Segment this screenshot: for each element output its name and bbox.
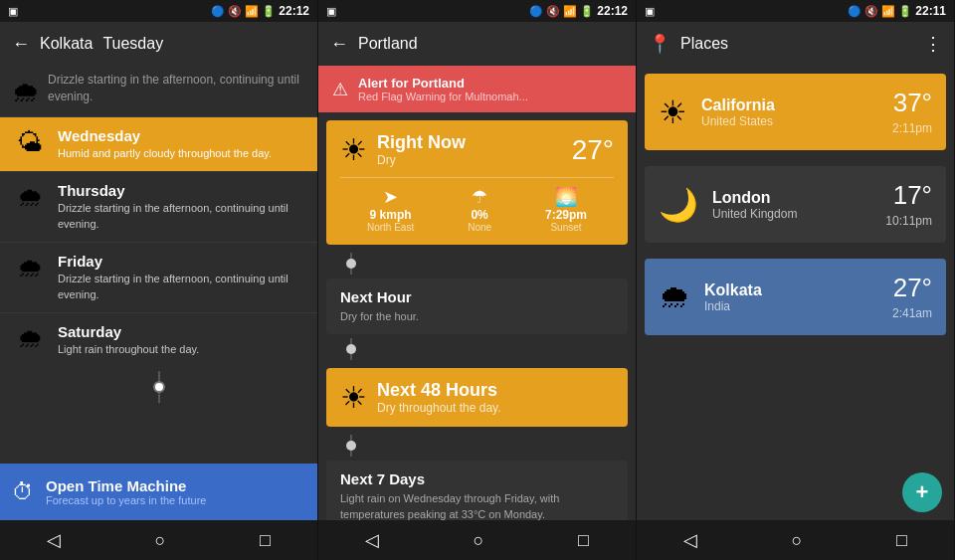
status-bar-2: ▣ 🔵 🔇 📶 🔋 22:12	[318, 0, 636, 22]
back-nav-1[interactable]: ◁	[47, 529, 61, 551]
back-nav-2[interactable]: ◁	[365, 529, 379, 551]
time-3: 22:11	[915, 4, 946, 18]
next-7-desc: Light rain on Wednesday through Friday, …	[340, 491, 614, 520]
london-icon: 🌙	[659, 186, 698, 224]
places-list: ☀ California United States 37° 2:11pm 🌙 …	[637, 66, 954, 520]
right-now-card[interactable]: ☀ Right Now Dry 27° ➤ 9 kmph North East …	[326, 120, 628, 245]
day-row-friday[interactable]: 🌧 Friday Drizzle starting in the afterno…	[0, 242, 317, 312]
california-info: California United States	[701, 96, 878, 128]
next-hour-title: Next Hour	[340, 288, 614, 305]
london-temp: 17°	[885, 180, 932, 211]
timeline-line-bottom	[158, 393, 160, 403]
mute-icon-2: 🔇	[546, 5, 560, 18]
next-7-title: Next 7 Days	[340, 470, 614, 487]
wind-val: 9 kmph	[367, 208, 414, 222]
home-nav-3[interactable]: ○	[792, 530, 803, 551]
header-2: ← Portland	[318, 22, 636, 66]
day-row-wednesday[interactable]: 🌤 Wednesday Humid and partly cloudy thro…	[0, 116, 317, 171]
right-now-title: Right Now	[377, 132, 466, 153]
friday-name: Friday	[58, 253, 305, 270]
london-name: London	[712, 189, 871, 207]
next-48-icon: ☀	[340, 380, 367, 415]
wind-detail: ➤ 9 kmph North East	[367, 186, 414, 233]
status-right-2: 🔵 🔇 📶 🔋 22:12	[529, 4, 628, 18]
california-time: 2:11pm	[892, 121, 932, 135]
home-nav-1[interactable]: ○	[155, 530, 166, 551]
nav-bar-3: ◁ ○ □	[637, 520, 954, 560]
rain-label: None	[468, 222, 491, 233]
friday-desc: Drizzle starting in the afternoon, conti…	[58, 272, 305, 302]
wednesday-info: Wednesday Humid and partly cloudy throug…	[58, 127, 305, 161]
saturday-icon: 🌧	[12, 323, 48, 354]
panel-kolkata: ▣ 🔵 🔇 📶 🔋 22:12 ← Kolkata Tuesday 🌧 Driz…	[0, 0, 318, 560]
timeline-dot-p2-1	[318, 253, 636, 275]
nav-bar-2: ◁ ○ □	[318, 520, 636, 560]
battery-icon-1: 🔋	[262, 5, 276, 18]
thursday-desc: Drizzle starting in the afternoon, conti…	[58, 201, 305, 232]
california-country: United States	[701, 114, 878, 128]
header-3: 📍 Places ⋮	[637, 22, 954, 66]
right-now-info: Right Now Dry	[377, 132, 466, 167]
notification-icon-3: ▣	[645, 5, 655, 18]
place-london[interactable]: 🌙 London United Kingdom 17° 10:11pm	[645, 166, 946, 243]
alert-title: Alert for Portland	[358, 76, 528, 91]
california-temp: 37°	[892, 88, 932, 118]
time-2: 22:12	[597, 4, 628, 18]
add-place-fab[interactable]: +	[902, 472, 942, 512]
next-hour-card[interactable]: Next Hour Dry for the hour.	[326, 279, 628, 334]
status-left-3: ▣	[645, 5, 655, 18]
battery-icon-2: 🔋	[580, 5, 594, 18]
back-button-1[interactable]: ←	[12, 34, 30, 55]
saturday-name: Saturday	[58, 323, 305, 340]
signal-icon-3: 📶	[881, 5, 895, 18]
california-right: 37° 2:11pm	[892, 88, 932, 136]
kolkata-right: 27° 2:41am	[892, 273, 932, 321]
alert-banner[interactable]: ⚠ Alert for Portland Red Flag Warning fo…	[318, 66, 636, 112]
add-icon: +	[916, 479, 929, 505]
timeline-dot-p2-3	[318, 435, 636, 457]
next-48-sub: Dry throughout the day.	[377, 401, 501, 415]
status-left-2: ▣	[326, 5, 336, 18]
tl-dot-3	[346, 441, 356, 451]
bluetooth-icon-1: 🔵	[211, 5, 225, 18]
sunset-val: 7:29pm	[545, 208, 587, 222]
battery-icon-3: 🔋	[898, 5, 912, 18]
next-7-card[interactable]: Next 7 Days Light rain on Wednesday thro…	[326, 461, 628, 520]
status-right-3: 🔵 🔇 📶 🔋 22:11	[848, 4, 946, 18]
back-button-2[interactable]: ←	[330, 34, 348, 55]
kolkata-temp: 27°	[892, 273, 932, 303]
tl-line-2	[350, 269, 352, 275]
day-row-saturday[interactable]: 🌧 Saturday Light rain throughout the day…	[0, 312, 317, 367]
alert-sub: Red Flag Warning for Multnomah...	[358, 91, 528, 102]
current-icon-1: 🌧	[12, 72, 40, 108]
place-kolkata[interactable]: 🌧 Kolkata India 27° 2:41am	[645, 259, 946, 335]
next-48-card[interactable]: ☀ Next 48 Hours Dry throughout the day.	[326, 368, 628, 427]
header-1: ← Kolkata Tuesday	[0, 22, 317, 66]
place-california[interactable]: ☀ California United States 37° 2:11pm	[645, 74, 946, 150]
friday-info: Friday Drizzle starting in the afternoon…	[58, 253, 305, 302]
mute-icon-3: 🔇	[864, 5, 878, 18]
back-nav-3[interactable]: ◁	[683, 529, 697, 551]
bluetooth-icon-2: 🔵	[529, 5, 543, 18]
timeline-line-top	[158, 371, 160, 381]
time-machine-button[interactable]: ⏱ Open Time Machine Forecast up to years…	[0, 464, 317, 520]
places-title: Places	[680, 35, 728, 53]
current-desc-1: Drizzle starting in the afternoon, conti…	[48, 72, 305, 105]
recent-nav-3[interactable]: □	[896, 530, 907, 551]
kolkata-time: 2:41am	[892, 306, 932, 320]
timeline-dot-p2-2	[318, 338, 636, 360]
recent-nav-2[interactable]: □	[578, 530, 589, 551]
next-48-title: Next 48 Hours	[377, 380, 501, 401]
recent-nav-1[interactable]: □	[260, 530, 271, 551]
california-name: California	[701, 96, 878, 114]
rain-icon: ☂	[468, 186, 491, 208]
wednesday-icon: 🌤	[12, 127, 48, 158]
saturday-desc: Light rain throughout the day.	[58, 342, 305, 357]
saturday-info: Saturday Light rain throughout the day.	[58, 323, 305, 357]
more-options-icon[interactable]: ⋮	[924, 33, 942, 55]
day-row-thursday[interactable]: 🌧 Thursday Drizzle starting in the after…	[0, 171, 317, 242]
home-nav-2[interactable]: ○	[474, 530, 484, 551]
notification-icon-2: ▣	[326, 5, 336, 18]
sunset-icon: 🌅	[545, 186, 587, 208]
kolkata-icon: 🌧	[659, 279, 690, 315]
